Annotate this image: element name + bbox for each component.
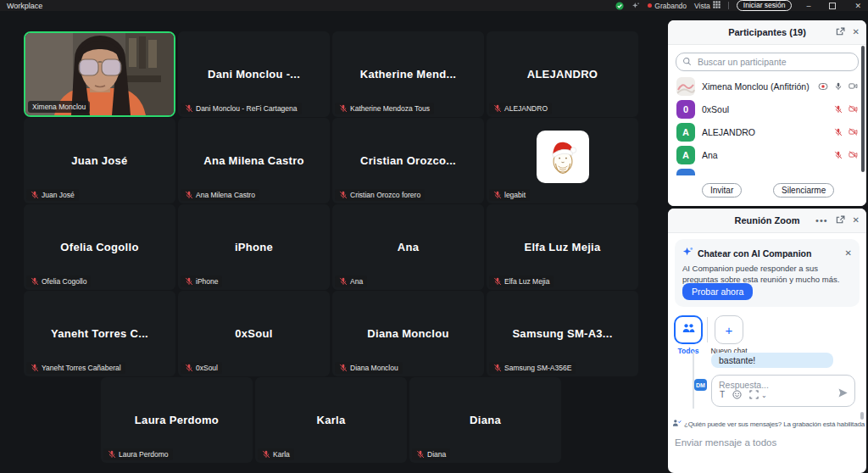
dismiss-ai-card-icon[interactable]: ✕ — [845, 249, 852, 258]
participant-tile[interactable]: Diana MonclouDiana Monclou — [332, 291, 484, 376]
plus-icon: + — [726, 324, 733, 337]
participant-tile[interactable]: Ana Milena CastroAna Milena Castro — [178, 118, 330, 203]
participants-scrollbar[interactable] — [861, 46, 865, 172]
group-icon — [682, 321, 696, 339]
mic-muted-icon — [185, 364, 193, 372]
participant-label-text: Dani Monclou - ReFi Cartagena — [196, 104, 298, 113]
mic-muted-icon — [339, 191, 348, 199]
participant-tile[interactable]: Katherine Mend...Katherine Mendoza Tous — [332, 31, 484, 117]
recording-dot-icon — [648, 3, 652, 8]
participant-label-text: Samsung SM-A356E — [504, 364, 571, 372]
emoji-icon[interactable] — [732, 387, 742, 403]
participant-tile[interactable]: ALEJANDROALEJANDRO — [487, 31, 638, 117]
participant-tile[interactable]: Juan JoséJuan José — [24, 118, 175, 203]
window-title-bar: Workplace Grabando Vista Iniciar sesión … — [0, 0, 868, 11]
participant-tile[interactable]: Elfa Luz MejiaElfa Luz Mejia — [487, 204, 638, 290]
participant-tile[interactable]: iPhoneiPhone — [178, 204, 330, 290]
participant-row[interactable]: Ximena Monclou (Anfitrión) — [668, 75, 866, 97]
close-window-button[interactable]: ✕ — [854, 2, 861, 10]
participant-tile[interactable]: Dani Monclou -...Dani Monclou - ReFi Car… — [178, 31, 330, 117]
mic-muted-icon — [493, 277, 502, 286]
participant-tile[interactable]: AnaAna — [332, 204, 484, 290]
mic-muted-icon — [493, 191, 502, 199]
mic-muted-icon — [108, 450, 116, 459]
toolbar-divider — [728, 2, 729, 9]
view-button[interactable]: Vista — [694, 1, 721, 10]
participant-name-label: Yaneht Torres Cañaberal — [26, 362, 125, 374]
participant-name-label: legabit — [489, 189, 530, 201]
participant-label-text: Karla — [273, 450, 290, 459]
participant-row[interactable]: AALEJANDRO — [668, 120, 866, 143]
minimize-button[interactable]: – — [806, 2, 810, 10]
participant-tile[interactable]: Yaneht Torres C...Yaneht Torres Cañabera… — [24, 291, 175, 376]
participant-label-text: iPhone — [196, 277, 218, 286]
close-participants-icon[interactable]: ✕ — [853, 28, 860, 36]
privacy-notice: ¿Quién puede ver sus mensajes? La grabac… — [672, 419, 865, 429]
ai-companion-sparkle-icon[interactable] — [632, 2, 640, 10]
participant-name-label: Ana Milena Castro — [181, 189, 259, 201]
mic-muted-icon — [834, 105, 843, 114]
participant-label-text: Juan José — [42, 191, 75, 199]
mic-muted-icon — [493, 104, 502, 113]
participant-tile[interactable]: Cristian Orozco...Cristian Orozco forero — [332, 118, 484, 203]
participant-label-text: Yaneht Torres Cañaberal — [42, 364, 121, 372]
participant-name-label: ALEJANDRO — [489, 103, 552, 114]
participant-tile[interactable]: Samsung SM-A3...Samsung SM-A356E — [487, 291, 638, 376]
mic-muted-icon — [834, 128, 843, 136]
chat-title: Reunión Zoom — [735, 215, 800, 225]
ai-card-title: Chatear con AI Companion — [698, 248, 841, 259]
screenshot-icon[interactable] — [749, 387, 759, 403]
chat-scrollbar-thumb[interactable] — [860, 412, 864, 420]
view-label: Vista — [694, 2, 710, 10]
participant-name-label: Diana — [412, 448, 450, 460]
send-icon[interactable] — [837, 387, 849, 402]
mute-me-button[interactable]: Silenciarme — [773, 183, 834, 198]
try-now-button[interactable]: Probar ahora — [682, 283, 753, 300]
new-chat-button[interactable]: + — [715, 315, 743, 344]
popout-icon[interactable] — [836, 213, 845, 228]
participant-name-label: Ana — [335, 275, 367, 287]
participant-tile[interactable]: Ofelia CogolloOfelia Cogollo — [24, 204, 175, 290]
participant-label-text: ALEJANDRO — [504, 104, 548, 113]
participant-tile[interactable]: legabit — [487, 118, 638, 203]
participant-name-label: Ofelia Cogollo — [26, 275, 91, 287]
security-shield-icon[interactable] — [615, 2, 624, 10]
ai-card-body: AI Companion puede responder a sus pregu… — [682, 264, 855, 286]
participant-tile[interactable]: DianaDiana — [409, 377, 561, 463]
participant-label-text: Ana — [350, 277, 363, 286]
invite-button[interactable]: Invitar — [702, 183, 742, 198]
participant-row[interactable]: AAna — [668, 143, 866, 166]
chat-panel: Reunión Zoom ••• ✕ Chatear con AI Compan… — [668, 209, 866, 473]
more-options-icon[interactable]: ••• — [815, 216, 828, 225]
participant-name: Ximena Monclou (Anfitrión) — [702, 81, 811, 92]
participant-tile-video[interactable]: Ximena Monclou — [24, 31, 175, 117]
participants-title: Participantes (19) — [728, 27, 806, 37]
close-chat-icon[interactable]: ✕ — [853, 216, 860, 225]
mic-muted-icon — [339, 277, 348, 286]
person-check-icon — [672, 419, 682, 429]
participant-label-text: Ximena Monclou — [32, 103, 86, 111]
grid-view-icon — [713, 1, 721, 10]
recording-indicator[interactable]: Grabando — [648, 2, 687, 10]
tab-all-chat[interactable] — [674, 315, 703, 344]
participant-name: Ana — [702, 150, 827, 160]
participant-tile[interactable]: Laura PerdomoLaura Perdomo — [101, 377, 253, 463]
search-icon — [682, 54, 692, 70]
participant-name-label: Katherine Mendoza Tous — [335, 103, 434, 114]
participant-tile[interactable]: 0xSoul0xSoul — [178, 291, 330, 376]
popout-icon[interactable] — [836, 25, 845, 40]
chat-message-bubble[interactable]: bastante! — [711, 353, 833, 368]
participant-tile[interactable]: KarlaKarla — [255, 377, 407, 463]
format-text-icon[interactable]: T — [720, 391, 725, 399]
participants-header: Participantes (19) ✕ — [668, 20, 866, 45]
participant-name-label: Juan José — [26, 189, 79, 201]
sign-in-button[interactable]: Iniciar sesión — [737, 0, 793, 11]
participant-search-input[interactable] — [696, 56, 852, 68]
composer-input[interactable] — [673, 437, 860, 448]
chevron-down-icon[interactable]: ⌄ — [761, 392, 767, 399]
avatar — [676, 77, 695, 96]
participant-row[interactable]: 00xSoul — [668, 97, 866, 120]
participant-name-label: Diana Monclou — [335, 362, 403, 374]
maximize-button[interactable] — [829, 3, 836, 9]
mic-muted-icon — [834, 151, 843, 159]
